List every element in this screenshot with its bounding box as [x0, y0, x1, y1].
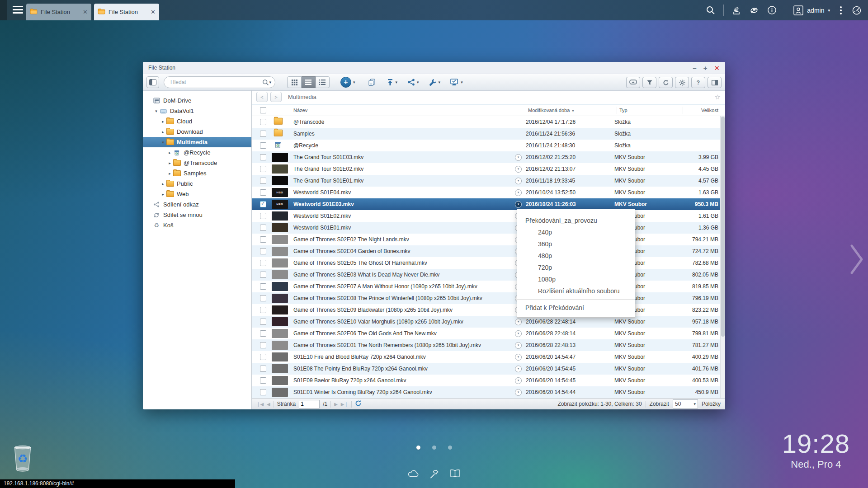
- search-icon[interactable]: [262, 79, 269, 86]
- table-row[interactable]: Game of Thrones S02E04 Garden of Bones.m…: [252, 245, 725, 257]
- row-checkbox[interactable]: [260, 154, 266, 160]
- dashboard-icon[interactable]: [852, 5, 862, 15]
- table-row[interactable]: HBOWestworld S01E04.mkv▾2016/10/24 13:52…: [252, 187, 725, 198]
- row-checkbox[interactable]: [260, 366, 266, 372]
- close-button[interactable]: ✕: [714, 65, 720, 71]
- page-dot[interactable]: [448, 446, 452, 450]
- help-button[interactable]: ?: [691, 77, 705, 88]
- sidebar-item-sd-let-se-mnou[interactable]: Sdílet se mnou: [143, 210, 251, 220]
- refresh-list-button[interactable]: [355, 400, 362, 408]
- row-checkbox[interactable]: [260, 166, 266, 172]
- cloud-icon[interactable]: [407, 469, 420, 481]
- main-menu-icon[interactable]: [13, 6, 23, 14]
- stream-options-icon[interactable]: ▾: [515, 201, 522, 208]
- row-checkbox[interactable]: [260, 354, 266, 360]
- first-page-button[interactable]: ❘◀: [256, 402, 264, 407]
- row-checkbox[interactable]: [260, 307, 266, 313]
- table-row[interactable]: The Grand Tour S01E01.mkv▾2016/11/18 19:…: [252, 175, 725, 187]
- expand-arrow-icon[interactable]: ▸: [167, 161, 173, 165]
- row-checkbox[interactable]: [260, 189, 266, 196]
- vertical-scrollbar[interactable]: [720, 116, 725, 398]
- sidebar-item--transcode[interactable]: ▸@Transcode: [143, 158, 251, 168]
- sidebar-item-download[interactable]: ▸Download: [143, 127, 251, 137]
- table-row[interactable]: Game of Thrones S02E08 The Prince of Win…: [252, 292, 725, 304]
- tab-file-station[interactable]: File Station✕: [26, 4, 91, 20]
- row-checkbox[interactable]: [260, 295, 266, 301]
- row-checkbox[interactable]: [260, 213, 266, 219]
- page-size-select[interactable]: 50▾: [673, 399, 698, 408]
- row-checkbox[interactable]: [260, 330, 266, 337]
- menu-item-rozli-en-aktu-ln-ho-souboru[interactable]: Rozlišení aktuálního souboru: [517, 285, 635, 297]
- user-menu[interactable]: admin ▾: [793, 5, 830, 15]
- row-checkbox[interactable]: [260, 201, 266, 207]
- upload-button[interactable]: ▾: [387, 79, 398, 86]
- prev-page-button[interactable]: ◀: [267, 402, 270, 407]
- table-row[interactable]: The Grand Tour S01E03.mkv▾2016/12/02 21:…: [252, 151, 725, 163]
- cast-button[interactable]: [626, 77, 640, 88]
- menu-item-360p[interactable]: 360p: [517, 238, 635, 250]
- menu-item-add-to-transcode[interactable]: Přidat k Překódování: [517, 302, 635, 314]
- row-checkbox[interactable]: [260, 225, 266, 231]
- filter-button[interactable]: [642, 77, 656, 88]
- scrollbar-thumb[interactable]: [721, 117, 725, 337]
- close-tab-icon[interactable]: ✕: [151, 9, 156, 15]
- stream-options-icon[interactable]: ▾: [515, 354, 522, 361]
- header-name[interactable]: Název: [293, 108, 517, 113]
- recycle-bin-icon[interactable]: ♻: [12, 445, 33, 474]
- row-checkbox[interactable]: [260, 248, 266, 254]
- view-grid-button[interactable]: [287, 76, 302, 88]
- sidebar-item-sd-len-odkaz[interactable]: Sdílení odkaz: [143, 199, 251, 210]
- row-checkbox[interactable]: [260, 283, 266, 290]
- row-checkbox[interactable]: [260, 119, 266, 125]
- table-row[interactable]: Game of Thrones S02E02 The Night Lands.m…: [252, 234, 725, 245]
- row-checkbox[interactable]: [260, 389, 266, 395]
- sidebar-item-datavol1[interactable]: ▾DataVol1: [143, 106, 251, 116]
- sidebar-item-multimedia[interactable]: ▾Multimedia: [143, 137, 251, 147]
- sidebar-toggle-button[interactable]: [146, 76, 159, 88]
- sidebar-item-web[interactable]: ▸Web: [143, 189, 251, 199]
- desktop-next-page-chevron-icon[interactable]: [849, 243, 864, 277]
- menu-item-240p[interactable]: 240p: [517, 226, 635, 238]
- page-input[interactable]: [299, 400, 320, 408]
- settings-button[interactable]: [675, 77, 689, 88]
- header-modified[interactable]: Modifikovaná doba ▼: [528, 108, 617, 113]
- expand-arrow-icon[interactable]: ▸: [160, 119, 166, 124]
- info-icon[interactable]: [767, 5, 777, 15]
- table-row[interactable]: Game of Thrones S02E06 The Old Gods And …: [252, 328, 725, 339]
- back-button[interactable]: <: [256, 92, 268, 102]
- expand-arrow-icon[interactable]: ▾: [153, 109, 159, 113]
- external-device-sync-icon[interactable]: [749, 5, 759, 15]
- tools-button[interactable]: ▾: [429, 79, 441, 86]
- table-row[interactable]: S01E10 Fire and Blood BluRay 720p x264 G…: [252, 351, 725, 363]
- copy-button[interactable]: [368, 79, 376, 86]
- forward-button[interactable]: >: [270, 92, 282, 102]
- tools-hammer-icon[interactable]: [429, 469, 439, 481]
- expand-arrow-icon[interactable]: ▸: [160, 192, 166, 197]
- row-checkbox[interactable]: [260, 236, 266, 243]
- stream-options-icon[interactable]: ▾: [515, 377, 522, 384]
- table-row[interactable]: The Grand Tour S01E02.mkv▾2016/12/02 21:…: [252, 163, 725, 175]
- table-row[interactable]: Game of Thrones S02E05 The Ghost Of Harr…: [252, 257, 725, 269]
- stream-options-icon[interactable]: ▾: [515, 154, 522, 161]
- row-checkbox[interactable]: [260, 319, 266, 325]
- table-row[interactable]: Game of Thrones S02E03 What Is Dead May …: [252, 269, 725, 281]
- table-row[interactable]: Game of Thrones S02E09 Blackwater (1080p…: [252, 304, 725, 316]
- sidebar-item-samples[interactable]: ▸Samples: [143, 168, 251, 178]
- row-checkbox[interactable]: [260, 272, 266, 278]
- menu-item-720p[interactable]: 720p: [517, 262, 635, 273]
- row-checkbox[interactable]: [260, 131, 266, 137]
- breadcrumb-path[interactable]: Multimedia: [288, 94, 316, 100]
- table-row[interactable]: Game of Thrones S02E10 Valar Morghulis (…: [252, 316, 725, 328]
- last-page-button[interactable]: ▶❘: [341, 402, 348, 407]
- table-row[interactable]: S01E09 Baelor BluRay 720p x264 Ganool.mk…: [252, 375, 725, 386]
- columns-button[interactable]: [708, 77, 722, 88]
- stream-options-icon[interactable]: ▾: [515, 330, 522, 337]
- page-dot-active[interactable]: [416, 446, 420, 450]
- search-input[interactable]: [170, 79, 262, 86]
- stream-options-icon[interactable]: ▾: [515, 319, 522, 325]
- table-row[interactable]: S01E01 Winter Is Coming BluRay 720p x264…: [252, 386, 725, 398]
- search-icon[interactable]: [706, 5, 715, 15]
- row-checkbox[interactable]: [260, 377, 266, 384]
- table-row[interactable]: HBOWestworld S01E03.mkv▾2016/10/24 11:26…: [252, 198, 725, 210]
- sidebar-item-dom-drive[interactable]: DoM-Drive: [143, 95, 251, 106]
